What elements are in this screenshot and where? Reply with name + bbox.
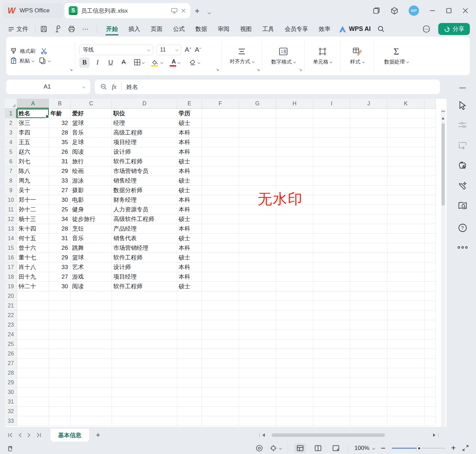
- horizontal-scroll-thumb[interactable]: [272, 433, 385, 437]
- cell-partial[interactable]: [424, 407, 436, 416]
- strikethrough-button[interactable]: A: [118, 57, 129, 68]
- cell-B23[interactable]: [49, 320, 71, 330]
- cell-G5[interactable]: [239, 147, 276, 157]
- cell-I33[interactable]: [313, 416, 350, 426]
- cell-partial[interactable]: [424, 224, 436, 234]
- font-name-select[interactable]: 等线: [79, 45, 153, 55]
- cell-F20[interactable]: [202, 291, 239, 301]
- tab-list-chevron-icon[interactable]: [208, 9, 211, 15]
- cell-J24[interactable]: [350, 330, 387, 339]
- cell-D27[interactable]: [112, 359, 177, 368]
- cell-H3[interactable]: [276, 128, 313, 138]
- cell-D13[interactable]: 产品经理: [112, 224, 177, 234]
- save-icon[interactable]: [40, 25, 47, 33]
- document-search-icon[interactable]: [458, 201, 467, 210]
- row-header-14[interactable]: 14: [5, 234, 17, 243]
- cell-E28[interactable]: [177, 368, 202, 378]
- cell-B7[interactable]: 29: [49, 166, 71, 176]
- cell-F17[interactable]: [202, 263, 239, 272]
- column-header-D[interactable]: D: [112, 99, 177, 109]
- cell-F19[interactable]: [202, 282, 239, 291]
- cell-E16[interactable]: 硕士: [177, 253, 202, 263]
- cell-E14[interactable]: 硕士: [177, 234, 202, 243]
- cell-K10[interactable]: [387, 195, 424, 205]
- cell-K25[interactable]: [387, 339, 424, 349]
- cell-J20[interactable]: [350, 291, 387, 301]
- cell-K32[interactable]: [387, 407, 424, 416]
- cell-A22[interactable]: [17, 311, 49, 320]
- column-header-C[interactable]: C: [71, 99, 112, 109]
- zoom-slider-knob[interactable]: [417, 446, 422, 451]
- cell-I5[interactable]: [313, 147, 350, 157]
- cell-B15[interactable]: 26: [49, 243, 71, 253]
- paste-button[interactable]: 粘贴: [10, 57, 34, 65]
- zoom-level-select[interactable]: 100%: [354, 445, 374, 452]
- cell-D16[interactable]: 软件工程师: [112, 253, 177, 263]
- cell-K30[interactable]: [387, 387, 424, 397]
- cell-I30[interactable]: [313, 387, 350, 397]
- cell-G6[interactable]: [239, 157, 276, 166]
- cell-G19[interactable]: [239, 282, 276, 291]
- cell-D32[interactable]: [112, 407, 177, 416]
- cell-B17[interactable]: 33: [49, 263, 71, 272]
- cell-A29[interactable]: [17, 378, 49, 387]
- js-macro-icon[interactable]: JS: [7, 444, 14, 452]
- cell-I29[interactable]: [313, 378, 350, 387]
- adjust-sliders-icon[interactable]: [458, 121, 467, 129]
- cell-E30[interactable]: [177, 387, 202, 397]
- cell-A18[interactable]: 田十九: [17, 272, 49, 282]
- cell-K7[interactable]: [387, 166, 424, 176]
- cell-partial[interactable]: [424, 339, 436, 349]
- cell-D4[interactable]: 项目经理: [112, 138, 177, 147]
- cell-B13[interactable]: 28: [49, 224, 71, 234]
- cell-partial[interactable]: [424, 397, 436, 407]
- cell-B28[interactable]: [49, 368, 71, 378]
- row-header-22[interactable]: 22: [5, 311, 17, 320]
- cell-C23[interactable]: [71, 320, 112, 330]
- cell-B24[interactable]: [49, 330, 71, 339]
- cell-E29[interactable]: [177, 378, 202, 387]
- column-header-B[interactable]: B: [49, 99, 71, 109]
- cell-I22[interactable]: [313, 311, 350, 320]
- cell-J29[interactable]: [350, 378, 387, 387]
- row-header-24[interactable]: 24: [5, 330, 17, 339]
- cell-G15[interactable]: [239, 243, 276, 253]
- vertical-scroll-thumb[interactable]: [442, 123, 445, 206]
- cell-A20[interactable]: [17, 291, 49, 301]
- sheet-tab-active[interactable]: 基本信息: [50, 429, 89, 442]
- cell-B21[interactable]: [49, 301, 71, 311]
- row-header-27[interactable]: 27: [5, 359, 17, 368]
- cell-A30[interactable]: [17, 387, 49, 397]
- normal-view-button[interactable]: [294, 443, 306, 453]
- cell-K4[interactable]: [387, 138, 424, 147]
- cell-E31[interactable]: [177, 397, 202, 407]
- cell-I27[interactable]: [313, 359, 350, 368]
- cell-E5[interactable]: 本科: [177, 147, 202, 157]
- help-icon[interactable]: ?: [458, 223, 467, 233]
- cell-partial[interactable]: [424, 311, 436, 320]
- scroll-right-icon[interactable]: [433, 433, 435, 437]
- cell-J32[interactable]: [350, 407, 387, 416]
- cell-partial[interactable]: [424, 272, 436, 282]
- cell-J1[interactable]: [350, 109, 387, 118]
- row-header-11[interactable]: 11: [5, 205, 17, 214]
- cell-B19[interactable]: 30: [49, 282, 71, 291]
- cell-E2[interactable]: 硕士: [177, 118, 202, 128]
- row-header-13[interactable]: 13: [5, 224, 17, 234]
- row-header-1[interactable]: 1: [5, 109, 17, 118]
- page-break-view-button[interactable]: [330, 443, 342, 453]
- cell-I14[interactable]: [313, 234, 350, 243]
- cell-E24[interactable]: [177, 330, 202, 339]
- cell-H1[interactable]: [276, 109, 313, 118]
- cell-partial[interactable]: [424, 147, 436, 157]
- cell-K19[interactable]: [387, 282, 424, 291]
- cell-K20[interactable]: [387, 291, 424, 301]
- cell-K1[interactable]: [387, 109, 424, 118]
- cell-C28[interactable]: [71, 368, 112, 378]
- cell-I9[interactable]: [313, 186, 350, 195]
- row-header-21[interactable]: 21: [5, 301, 17, 311]
- cell-I12[interactable]: [313, 214, 350, 224]
- cell-A9[interactable]: 吴十: [17, 186, 49, 195]
- cell-D23[interactable]: [112, 320, 177, 330]
- cell-B22[interactable]: [49, 311, 71, 320]
